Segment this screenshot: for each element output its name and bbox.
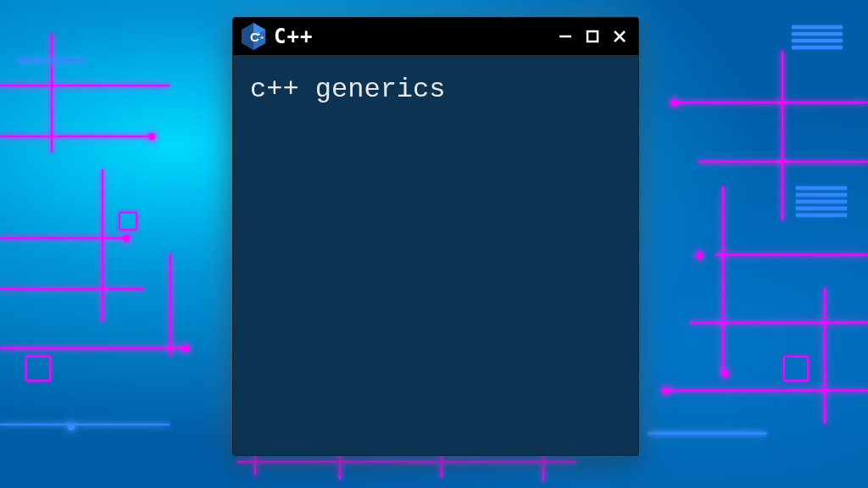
window-controls (555, 26, 630, 47)
titlebar[interactable]: C + + C++ (233, 18, 638, 55)
maximize-button[interactable] (582, 26, 603, 47)
terminal-window: C + + C++ c++ generics (232, 17, 639, 456)
cpp-logo-icon: C + + (242, 23, 265, 50)
minimize-button[interactable] (555, 26, 576, 47)
svg-text:+: + (260, 35, 264, 41)
window-title: C++ (274, 25, 547, 48)
close-button[interactable] (609, 26, 630, 47)
terminal-content-area[interactable]: c++ generics (233, 55, 638, 455)
terminal-text: c++ generics (250, 74, 621, 105)
svg-rect-7 (587, 31, 598, 42)
